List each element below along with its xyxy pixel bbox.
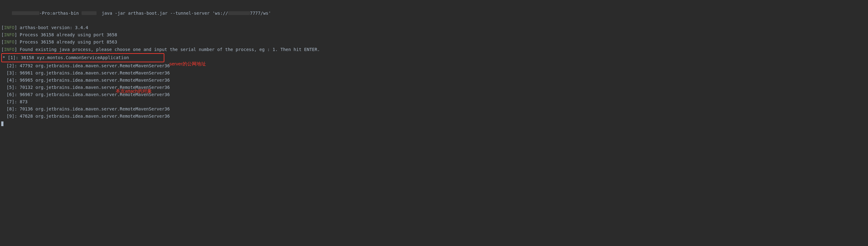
command-suffix: 7777/ws'	[250, 11, 271, 16]
info-tag: INFO	[4, 39, 14, 45]
process-line: [5]: 70132 org.jetbrains.idea.maven.serv…	[1, 84, 480, 91]
prompt-line: -Pro:arthas-bin java -jar arthas-boot.ja…	[1, 2, 480, 24]
info-line: [INFO] Process 36158 already using port …	[1, 31, 480, 38]
info-msg: Process 36158 already using port 8563	[20, 39, 117, 45]
process-line: [2]: 47792 org.jetbrains.idea.maven.serv…	[1, 62, 480, 70]
process-line: [9]: 47628 org.jetbrains.idea.maven.serv…	[1, 113, 480, 120]
redacted-box	[82, 11, 97, 15]
redacted-box	[228, 11, 250, 15]
annotation-attach-target: 本次attach的对象	[116, 87, 152, 95]
info-line: [INFO] arthas-boot version: 3.4.4	[1, 24, 480, 31]
info-msg: Process 36158 already using port 3658	[20, 32, 117, 37]
info-tag: INFO	[4, 25, 14, 30]
process-line: [6]: 96967 org.jetbrains.idea.maven.serv…	[1, 91, 480, 98]
process-line: [4]: 96965 org.jetbrains.idea.maven.serv…	[1, 77, 480, 84]
process-text: * [1]: 36158 xyz.montos.CommonServiceApp…	[2, 55, 129, 60]
terminal-output[interactable]: -Pro:arthas-bin java -jar arthas-boot.ja…	[1, 2, 480, 127]
info-msg: Found existing java process, please choo…	[20, 47, 320, 52]
process-line: [8]: 70136 org.jetbrains.idea.maven.serv…	[1, 106, 480, 113]
info-msg: arthas-boot version: 3.4.4	[20, 25, 88, 30]
highlight-box: * [1]: 36158 xyz.montos.CommonServiceApp…	[1, 53, 164, 62]
info-tag: INFO	[4, 32, 14, 37]
annotation-server-addr: server的公网地址	[169, 60, 206, 68]
command-text: java -jar arthas-boot.jar --tunnel-serve…	[101, 11, 228, 16]
cursor-line	[1, 120, 480, 127]
process-line: [3]: 96961 org.jetbrains.idea.maven.serv…	[1, 70, 480, 77]
prompt-host: -Pro:arthas-bin	[39, 11, 82, 16]
terminal-cursor	[1, 121, 3, 126]
annotation-overlay	[1, 127, 481, 136]
info-line: [INFO] Found existing java process, plea…	[1, 46, 480, 53]
info-tag: INFO	[4, 47, 14, 52]
redacted-box	[12, 11, 39, 15]
process-line: [7]: 873	[1, 98, 480, 106]
info-line: [INFO] Process 36158 already using port …	[1, 38, 480, 46]
process-line-selected: * [1]: 36158 xyz.montos.CommonServiceApp…	[1, 53, 480, 62]
